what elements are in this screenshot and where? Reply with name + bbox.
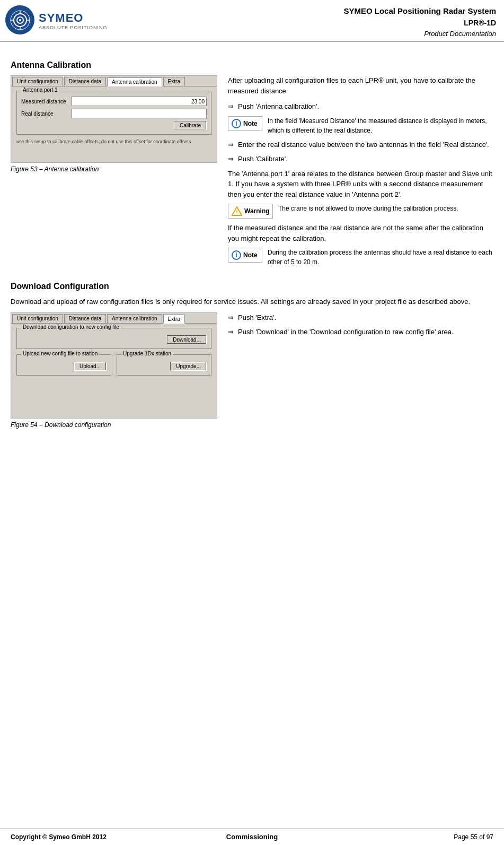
antenna-calibration-layout: Unit configuration Distance data Antenna… [11, 75, 493, 271]
header-sub-title: LPR®-1D [343, 18, 496, 29]
arrow-icon-5: ⇒ [228, 327, 234, 337]
info-circle-icon-2: i [232, 250, 241, 260]
dl-step1-item: ⇒ Push 'Extra'. [228, 312, 493, 323]
antenna-calibration-title: Antenna Calibration [11, 60, 493, 70]
arrow-icon-4: ⇒ [228, 312, 234, 323]
warning1-label: Warning [244, 207, 270, 215]
info-circle-icon: i [232, 119, 241, 128]
note2-text: During the calibration process the anten… [268, 248, 493, 267]
antenna-body1: The 'Antenna port 1' area relates to the… [228, 169, 493, 200]
header-doc-title: Product Documentation [343, 29, 496, 39]
arrow-icon-3: ⇒ [228, 154, 234, 164]
download-group-label: Download configuration to new config fil… [21, 324, 121, 330]
download-config-section: Download Configuration Download and uplo… [11, 282, 493, 307]
antenna-body2: If the measured distance and the real di… [228, 223, 493, 243]
tab2-distance-data[interactable]: Distance data [64, 314, 106, 323]
download-config-layout: Unit configuration Distance data Antenna… [11, 312, 493, 429]
figure53-caption: Figure 53 – Antenna calibration [11, 165, 217, 173]
note2-label: Note [243, 251, 258, 259]
real-distance-row: Real distance [21, 109, 207, 118]
upgrade-button[interactable]: Upgrade... [170, 362, 207, 371]
header-title: SYMEO Local Positioning Radar System LPR… [343, 5, 496, 39]
download-screenshot: Unit configuration Distance data Antenna… [11, 312, 217, 419]
download-config-title: Download Configuration [11, 282, 493, 291]
tab2-antenna-cal[interactable]: Antenna calibration [107, 314, 162, 323]
dl-step2-text: Push 'Download' in the 'Download configu… [238, 327, 454, 337]
arrow-icon-1: ⇒ [228, 101, 234, 112]
calibrate-button[interactable]: Calibrate [174, 121, 207, 130]
download-config-body: Download and upload of raw configuration… [11, 297, 493, 307]
note1-text: In the field 'Measured Distance' the mea… [268, 116, 493, 135]
logo-icon [5, 5, 34, 34]
tab2-unit-config[interactable]: Unit configuration [12, 314, 63, 323]
header-main-title: SYMEO Local Positioning Radar System [343, 5, 496, 18]
antenna-tabs: Unit configuration Distance data Antenna… [11, 76, 217, 86]
upload-group-label: Upload new config file to station [21, 351, 99, 356]
download-group: Download configuration to new config fil… [16, 328, 211, 349]
tab-unit-config[interactable]: Unit configuration [12, 77, 63, 86]
antenna-screenshot-col: Unit configuration Distance data Antenna… [11, 75, 217, 271]
dl-step1-text: Push 'Extra'. [238, 312, 276, 323]
download-instructions-col: ⇒ Push 'Extra'. ⇒ Push 'Download' in the… [228, 312, 493, 429]
footer-section: Commissioning [226, 833, 278, 841]
download-screenshot-col: Unit configuration Distance data Antenna… [11, 312, 217, 429]
tab-antenna-calibration[interactable]: Antenna calibration [107, 77, 162, 86]
download-button[interactable]: Download... [167, 335, 207, 344]
step2-text: Enter the real distance value between th… [238, 140, 489, 150]
antenna-port-label: Antenna port 1 [21, 87, 59, 93]
calibration-note: use this setup to calibrate cable offset… [16, 139, 211, 144]
warning-triangle-icon: ! [232, 206, 242, 216]
tab-distance-data[interactable]: Distance data [64, 77, 106, 86]
tab2-extra[interactable]: Extra [163, 315, 185, 324]
dl-step2-item: ⇒ Push 'Download' in the 'Download confi… [228, 327, 493, 337]
upload-button[interactable]: Upload... [74, 362, 107, 371]
tab-extra[interactable]: Extra [163, 77, 185, 86]
upload-group: Upload new config file to station Upload… [16, 354, 111, 376]
step1-text: Push 'Antenna calibration'. [238, 101, 319, 112]
footer-copyright: Copyright © Symeo GmbH 2012 [11, 833, 107, 841]
arrow-icon-2: ⇒ [228, 140, 234, 150]
page-footer: Copyright © Symeo GmbH 2012 Commissionin… [0, 829, 504, 845]
upgrade-group-label: Upgrade 1Dx station [121, 351, 173, 356]
logo-area: SYMEO ABSOLUTE POSITIONING [5, 5, 108, 36]
note2-icon: i Note [228, 248, 262, 263]
step1-item: ⇒ Push 'Antenna calibration'. [228, 101, 493, 112]
warning1-icon: ! Warning [228, 204, 273, 219]
note1-icon: i Note [228, 116, 262, 131]
upload-btn-row: Upload... [21, 362, 107, 371]
footer-page: Page 55 of 97 [454, 833, 493, 841]
step3-item: ⇒ Push 'Calibrate'. [228, 154, 493, 164]
download-screenshot-inner: Download configuration to new config fil… [11, 324, 217, 380]
measured-distance-label: Measured distance [21, 99, 69, 104]
main-content: Antenna Calibration Unit configuration D… [0, 42, 504, 442]
measured-distance-input[interactable]: 23.00 [72, 97, 207, 106]
antenna-screenshot-inner: Antenna port 1 Measured distance 23.00 R… [11, 86, 217, 149]
step3-text: Push 'Calibrate'. [238, 154, 288, 164]
step2-item: ⇒ Enter the real distance value between … [228, 140, 493, 150]
real-distance-label: Real distance [21, 111, 69, 117]
calibrate-btn-row: Calibrate [21, 121, 207, 130]
upgrade-btn-row: Upgrade... [121, 362, 207, 371]
antenna-intro: After uploading all configuration files … [228, 75, 493, 96]
antenna-screenshot: Unit configuration Distance data Antenna… [11, 75, 217, 163]
note1-label: Note [243, 120, 258, 127]
page-header: SYMEO ABSOLUTE POSITIONING SYMEO Local P… [0, 0, 504, 42]
figure54-caption: Figure 54 – Download configuration [11, 421, 217, 429]
measured-distance-row: Measured distance 23.00 [21, 97, 207, 106]
download-tabs: Unit configuration Distance data Antenna… [11, 313, 217, 324]
antenna-port-group: Antenna port 1 Measured distance 23.00 R… [16, 91, 211, 135]
svg-point-3 [19, 19, 21, 21]
warning1-text: The crane is not allowed to move during … [278, 204, 458, 213]
antenna-calibration-section: Antenna Calibration [11, 60, 493, 70]
download-btn-row: Download... [21, 335, 207, 344]
real-distance-input[interactable] [72, 109, 207, 118]
logo-text: SYMEO [39, 11, 108, 25]
svg-text:!: ! [236, 210, 237, 215]
logo-tagline: ABSOLUTE POSITIONING [39, 25, 108, 30]
bottom-groups: Upload new config file to station Upload… [16, 354, 211, 376]
upgrade-group: Upgrade 1Dx station Upgrade... [117, 354, 211, 376]
antenna-instructions-col: After uploading all configuration files … [228, 75, 493, 271]
